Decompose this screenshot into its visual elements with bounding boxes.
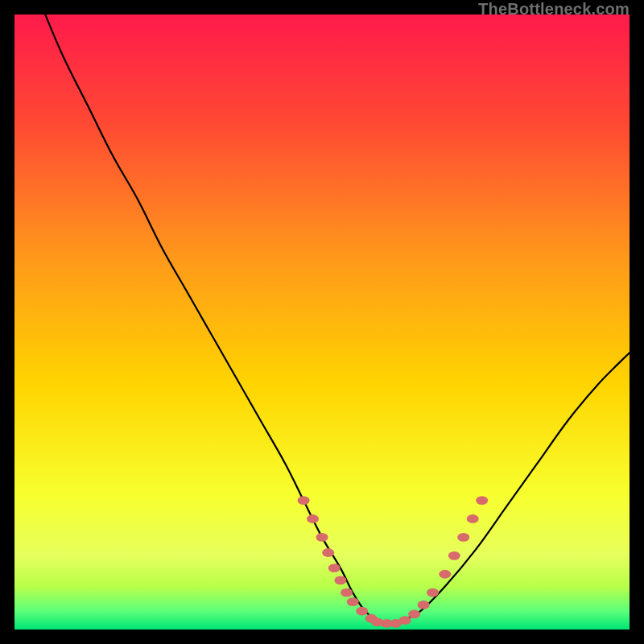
- bottleneck-chart: [14, 14, 630, 630]
- curve-marker: [439, 570, 451, 579]
- curve-marker: [418, 601, 430, 609]
- curve-marker: [347, 597, 359, 606]
- watermark-text: TheBottleneck.com: [478, 0, 630, 19]
- curve-marker: [298, 496, 310, 505]
- curve-marker: [328, 564, 341, 572]
- curve-marker: [408, 610, 420, 619]
- chart-frame: { "watermark": "TheBottleneck.com", "col…: [0, 0, 644, 644]
- curve-marker: [356, 607, 368, 616]
- curve-marker: [448, 551, 460, 560]
- curve-marker: [457, 533, 469, 542]
- curve-marker: [334, 576, 346, 584]
- curve-marker: [322, 548, 334, 557]
- curve-marker: [307, 514, 319, 523]
- curve-marker: [341, 588, 353, 597]
- curve-marker: [476, 496, 488, 505]
- curve-marker: [427, 588, 439, 597]
- curve-marker: [399, 616, 411, 625]
- curve-marker: [316, 533, 328, 542]
- curve-marker: [467, 514, 479, 523]
